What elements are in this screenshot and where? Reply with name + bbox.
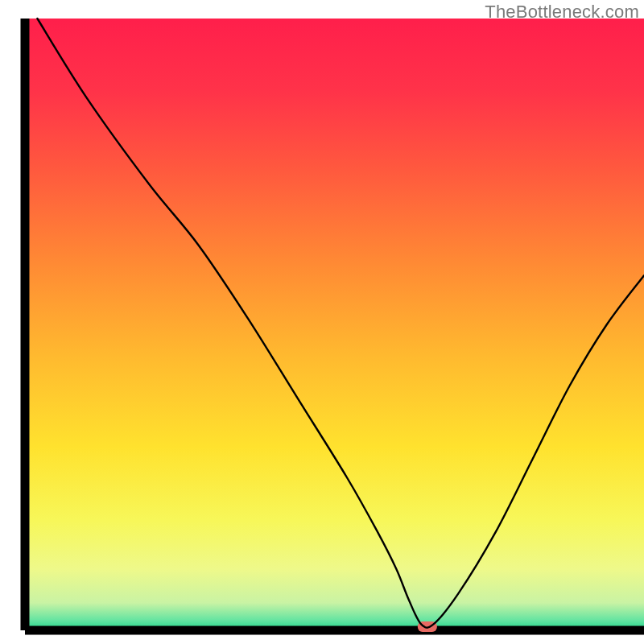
watermark-text: TheBottleneck.com — [485, 2, 639, 23]
bottleneck-chart: TheBottleneck.com — [0, 0, 644, 644]
chart-svg — [0, 0, 644, 644]
chart-background — [25, 19, 644, 630]
